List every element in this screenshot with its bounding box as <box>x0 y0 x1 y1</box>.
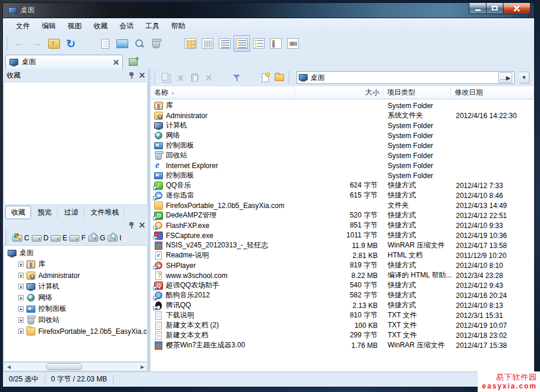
new-tab-button[interactable] <box>125 55 141 68</box>
sidebar-panel-tab[interactable]: 收藏 <box>5 206 31 219</box>
file-row[interactable]: FirefoxPortable_12.0b5_EasyXia.com 文件夹 2… <box>151 200 534 210</box>
address-dropdown-button[interactable]: ▼ <box>519 72 529 83</box>
column-header-date[interactable]: 修改日期 <box>451 86 534 99</box>
file-row[interactable]: 樱茶Win7主题生成器3.00 1.76 MB WinRAR 压缩文件 2012… <box>151 340 534 350</box>
toolbar-button[interactable] <box>174 71 187 85</box>
tree-item[interactable]: 桌面 <box>4 247 147 259</box>
expand-icon[interactable] <box>18 273 24 278</box>
toolbar-button[interactable] <box>12 35 28 52</box>
tab-close-icon[interactable] <box>114 59 119 65</box>
file-row[interactable]: 腾讯QQ 2.13 KB 快捷方式 2012/4/10 8:13 <box>151 300 534 310</box>
pin-icon[interactable] <box>128 222 135 229</box>
toolbar-button[interactable] <box>216 71 229 85</box>
toolbar-button[interactable] <box>273 71 286 85</box>
toolbar-button[interactable] <box>268 35 284 52</box>
drive-button[interactable]: D <box>32 234 49 242</box>
maximize-button[interactable] <box>486 3 503 14</box>
column-header-size[interactable]: 大小 <box>295 86 384 99</box>
sidebar-panel-tab[interactable]: 过滤 <box>59 206 84 219</box>
address-bar[interactable]: 桌面 …▶ <box>296 71 515 84</box>
file-row[interactable]: 新建文本文档 299 字节 TXT 文件 2012/4/18 23:02 <box>151 330 534 340</box>
tree-item[interactable]: 回收站 <box>4 314 147 326</box>
menu-item[interactable]: 收藏 <box>88 19 114 33</box>
expand-icon[interactable] <box>18 284 24 289</box>
toolbar-button[interactable] <box>231 71 244 85</box>
column-header-name[interactable]: 名称 ▲ <box>151 86 295 99</box>
sidebar-panel-tab[interactable]: 预览 <box>32 206 58 219</box>
file-row[interactable]: 计算机 System Folder <box>151 120 534 130</box>
tree-item[interactable]: 网络 <box>4 292 147 303</box>
toolbar-button[interactable] <box>165 35 182 52</box>
file-row[interactable]: 回收站 System Folder <box>151 150 534 160</box>
file-row[interactable]: Internet Explorer System Folder <box>151 160 534 170</box>
tree-item[interactable]: 计算机 <box>4 281 147 292</box>
tree-item[interactable]: 控制面板 <box>4 303 147 314</box>
menu-item[interactable]: 编辑 <box>36 19 62 33</box>
pin-icon[interactable] <box>128 72 135 79</box>
toolbar-button[interactable] <box>160 71 173 85</box>
tree-horizontal-scrollbar[interactable]: ◀ ▶ <box>4 362 148 371</box>
expand-icon[interactable] <box>18 317 24 323</box>
tree-item[interactable]: Administrator <box>4 270 147 281</box>
file-row[interactable]: 酷狗音乐2012 582 字节 快捷方式 2012/4/16 20:24 <box>151 290 534 300</box>
scrollbar-thumb[interactable] <box>46 363 82 370</box>
toolbar-button[interactable] <box>46 35 62 52</box>
toolbar-button[interactable] <box>114 35 131 52</box>
file-row[interactable]: 库 System Folder <box>151 100 534 110</box>
expand-icon[interactable] <box>18 306 24 311</box>
tree-item[interactable]: FirefoxPortable_12.0b5_EasyXia.com <box>4 326 147 337</box>
file-row[interactable]: Readme-说明 2.81 KB HTML 文档 2011/12/9 10:2… <box>151 250 534 260</box>
titlebar[interactable]: 桌面 <box>3 3 534 18</box>
scroll-left-icon[interactable]: ◀ <box>4 363 14 371</box>
scrollbar-track[interactable] <box>14 363 138 370</box>
file-row[interactable]: 控制面板 System Folder <box>151 170 534 180</box>
column-header-type[interactable]: 项目类型 <box>384 86 451 99</box>
file-row[interactable]: FlashFXP.exe 851 字节 快捷方式 2012/4/10 9:33 <box>151 220 534 230</box>
toolbar-button[interactable] <box>182 35 199 52</box>
toolbar-button[interactable] <box>63 35 79 52</box>
scroll-right-icon[interactable]: ▶ <box>138 363 147 371</box>
menu-item[interactable]: 工具 <box>139 19 165 33</box>
toolbar-button[interactable] <box>285 35 301 52</box>
file-row[interactable]: QQ音乐 624 字节 快捷方式 2012/4/12 7:33 <box>151 180 534 190</box>
file-row[interactable]: Administrator 系统文件夹 2012/4/16 14:22:30 <box>151 110 534 120</box>
drive-button[interactable]: G <box>88 234 105 242</box>
file-row[interactable]: SHPlayer 819 字节 快捷方式 2012/4/10 8:10 <box>151 260 534 270</box>
panel-close-icon[interactable] <box>139 223 145 228</box>
file-row[interactable]: NSIS_v245_20120313_-_轻狂志 11.9 MB WinRAR … <box>151 240 534 250</box>
file-row[interactable]: 下载说明 810 字节 TXT 文件 2012/3/1 15:31 <box>151 310 534 320</box>
toolbar-button[interactable] <box>80 35 96 52</box>
drive-button[interactable]: F <box>69 234 85 242</box>
drive-button[interactable]: I <box>108 234 121 242</box>
toolbar-grip[interactable] <box>288 71 291 84</box>
toolbar-button[interactable] <box>251 35 267 52</box>
menu-item[interactable]: 视图 <box>62 19 88 33</box>
file-row[interactable]: www.w3school.com 8.22 MB 编译的 HTML 帮助... … <box>151 270 534 280</box>
menu-item[interactable]: 文件 <box>10 19 36 33</box>
tree-item[interactable]: 库 <box>4 259 147 270</box>
toolbar-button[interactable] <box>199 35 216 52</box>
toolbar-button[interactable] <box>202 71 215 85</box>
tab-desktop[interactable]: 桌面 <box>5 55 123 69</box>
toolbar-button[interactable] <box>131 35 148 52</box>
drive-button[interactable]: E <box>51 234 67 242</box>
toolbar-button[interactable] <box>29 35 45 52</box>
toolbar-button[interactable] <box>216 35 233 52</box>
menu-item[interactable]: 会话 <box>114 19 139 33</box>
sidebar-panel-tab[interactable]: 文件堆栈 <box>85 206 125 219</box>
toolbar-button[interactable] <box>97 35 114 52</box>
drive-button[interactable]: C <box>12 234 29 242</box>
file-row[interactable]: 超强QQ农场助手 540 字节 快捷方式 2012/4/12 9:43 <box>151 280 534 290</box>
toolbar-grip[interactable] <box>154 71 156 84</box>
expand-icon[interactable] <box>18 329 24 334</box>
file-row[interactable]: 控制面板 System Folder <box>151 140 534 150</box>
expand-icon[interactable] <box>18 262 24 267</box>
file-row[interactable]: 迷你迅雷 615 字节 快捷方式 2012/4/10 8:46 <box>151 190 534 200</box>
expand-icon[interactable] <box>18 295 24 300</box>
file-row[interactable]: 网络 System Folder <box>151 130 534 140</box>
toolbar-button[interactable] <box>148 35 165 52</box>
toolbar-grip[interactable] <box>6 37 9 50</box>
file-row[interactable]: DedeAMPZ管理 520 字节 快捷方式 2012/4/12 22:51 <box>151 210 534 220</box>
menu-item[interactable]: 帮助 <box>165 19 191 33</box>
toolbar-button[interactable] <box>259 71 272 85</box>
